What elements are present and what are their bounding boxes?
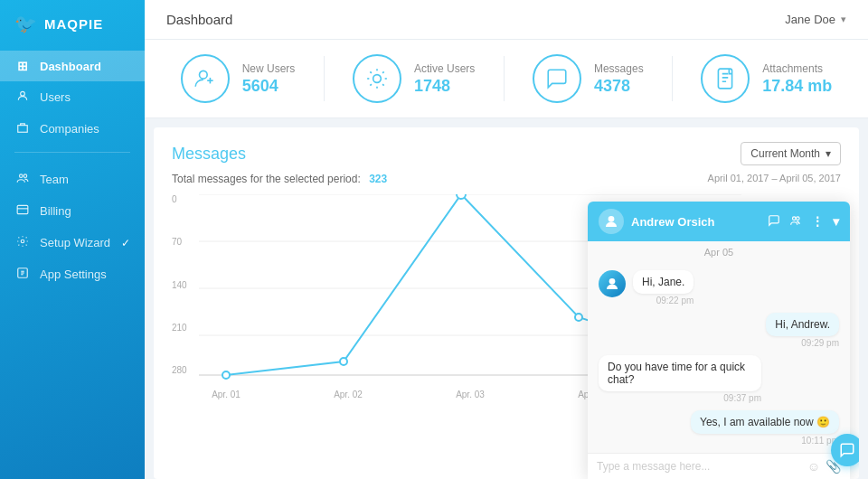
svg-point-12 <box>199 70 207 79</box>
sidebar-label-team: Team <box>40 173 69 186</box>
sidebar-item-dashboard[interactable]: ⊞ Dashboard <box>0 51 145 81</box>
stat-active-users-label: Active Users <box>414 62 475 75</box>
user-menu[interactable]: Jane Doe ▾ <box>785 13 846 26</box>
stat-messages-label: Messages <box>594 62 644 75</box>
logo-icon: 🐦 <box>14 13 37 34</box>
stats-bar: New Users 5604 Acti <box>145 40 868 118</box>
chat-users-icon[interactable] <box>789 214 802 230</box>
chat-more-icon[interactable]: ⋮ <box>811 214 824 229</box>
chat-fab-button[interactable] <box>831 434 859 466</box>
svg-point-34 <box>793 216 797 220</box>
stat-new-users-label: New Users <box>242 62 296 75</box>
svg-point-4 <box>24 174 27 178</box>
chart-total-text: Total messages for the selected period: … <box>172 173 387 185</box>
new-users-icon <box>181 54 230 103</box>
stat-divider-3 <box>672 56 673 101</box>
billing-icon <box>14 203 31 219</box>
svg-rect-5 <box>17 205 28 213</box>
chat-header-icons: ⋮ ▾ <box>768 214 839 230</box>
x-label-1: Apr. 02 <box>321 390 375 399</box>
companies-icon <box>14 121 31 136</box>
chat-date-label: Apr 05 <box>588 241 850 263</box>
svg-point-0 <box>21 91 25 96</box>
chat-message-1: Hi, Andrew. 09:29 pm <box>599 313 839 348</box>
chat-bubble-3: Yes, I am available now 🙂 10:11 pm <box>691 410 839 446</box>
svg-rect-1 <box>18 126 28 133</box>
logo-text: MAQPIE <box>44 16 103 32</box>
chat-popup: Andrew Orsich ⋮ ▾ Apr 05 <box>588 202 850 479</box>
svg-point-35 <box>797 216 800 220</box>
chat-chevron-down-icon[interactable]: ▾ <box>833 214 839 229</box>
x-label-0: Apr. 01 <box>199 390 253 399</box>
chat-text-3: Yes, I am available now 🙂 <box>691 410 839 434</box>
sidebar-item-team[interactable]: Team <box>0 164 145 195</box>
stat-messages: Messages 4378 <box>533 54 644 103</box>
chat-input[interactable] <box>597 460 802 473</box>
sidebar-item-users[interactable]: Users <box>0 81 145 113</box>
chat-time-3: 10:11 pm <box>691 436 839 446</box>
chat-messages: Hi, Jane. 09:22 pm Hi, Andrew. 09:29 pm … <box>588 263 850 453</box>
chat-bubble-1: Hi, Andrew. 09:29 pm <box>766 313 839 348</box>
stat-attachments-info: Attachments 17.84 mb <box>762 62 832 96</box>
svg-point-7 <box>21 240 24 243</box>
chat-text-0: Hi, Jane. <box>633 270 693 294</box>
sidebar-divider <box>14 152 130 153</box>
chart-dot-0 <box>222 371 230 379</box>
sidebar-item-app-settings[interactable]: App Settings <box>0 258 145 290</box>
chat-contact-avatar <box>599 209 624 234</box>
users-icon <box>14 89 31 105</box>
chart-subtitle: Total messages for the selected period: … <box>172 173 841 185</box>
chat-message-2: Do you have time for a quick chat? 09:37… <box>599 355 839 403</box>
period-chevron-icon: ▾ <box>826 147 831 160</box>
stat-messages-info: Messages 4378 <box>594 62 644 96</box>
svg-point-33 <box>609 216 615 222</box>
svg-line-22 <box>370 84 372 86</box>
y-label-3: 70 <box>172 237 199 247</box>
chart-dot-3 <box>575 314 582 321</box>
y-label-4: 0 <box>172 194 199 204</box>
period-label: Current Month <box>750 147 820 160</box>
stat-new-users-value: 5604 <box>242 77 296 96</box>
stat-attachments: Attachments 17.84 mb <box>701 54 832 103</box>
svg-point-36 <box>609 278 616 285</box>
stat-new-users-info: New Users 5604 <box>242 62 296 96</box>
period-selector[interactable]: Current Month ▾ <box>741 142 841 165</box>
chat-contact-name: Andrew Orsich <box>631 215 714 229</box>
sidebar-item-companies[interactable]: Companies <box>0 113 145 145</box>
y-axis-labels: 280 210 140 70 0 <box>172 194 199 375</box>
chart-dot-2 <box>457 194 466 199</box>
chat-bubble-0: Hi, Jane. 09:22 pm <box>633 270 693 305</box>
stat-divider-1 <box>324 56 325 101</box>
chart-section: Messages Current Month ▾ Total messages … <box>154 127 859 479</box>
chat-time-2: 09:37 pm <box>599 393 761 403</box>
team-icon <box>14 172 31 187</box>
chat-input-area: ☺ 📎 <box>588 453 850 479</box>
stat-active-users: Active Users 1748 <box>353 54 475 103</box>
sidebar-main-section: ⊞ Dashboard Users Companies <box>0 51 145 145</box>
chat-time-0: 09:22 pm <box>633 296 693 305</box>
setup-wizard-check: ✓ <box>121 237 130 249</box>
username: Jane Doe <box>785 13 835 26</box>
app-settings-icon <box>14 267 31 282</box>
sidebar-item-billing[interactable]: Billing <box>0 195 145 227</box>
chart-title: Messages <box>172 145 246 164</box>
svg-rect-27 <box>719 69 732 89</box>
total-value: 323 <box>369 173 387 185</box>
y-label-1: 210 <box>172 323 199 333</box>
stat-attachments-value: 17.84 mb <box>762 77 832 96</box>
sidebar-label-dashboard: Dashboard <box>40 60 101 73</box>
chat-message-0: Hi, Jane. 09:22 pm <box>599 270 839 305</box>
messages-icon <box>533 54 581 103</box>
sidebar-secondary-section: Team Billing Setup Wizard ✓ App Settings <box>0 164 145 290</box>
svg-point-15 <box>373 75 382 83</box>
main-content: Dashboard Jane Doe ▾ New Users 5604 <box>145 0 868 479</box>
stat-active-users-info: Active Users 1748 <box>414 62 475 96</box>
sidebar-item-setup-wizard[interactable]: Setup Wizard ✓ <box>0 227 145 258</box>
sidebar-label-billing: Billing <box>40 204 71 218</box>
user-chevron-icon: ▾ <box>841 14 846 25</box>
chat-emoji-icon[interactable]: ☺ <box>807 459 820 474</box>
chat-comment-icon[interactable] <box>768 214 780 230</box>
stat-divider-2 <box>504 56 505 101</box>
chat-time-1: 09:29 pm <box>766 338 839 348</box>
chart-header: Messages Current Month ▾ <box>172 142 841 165</box>
